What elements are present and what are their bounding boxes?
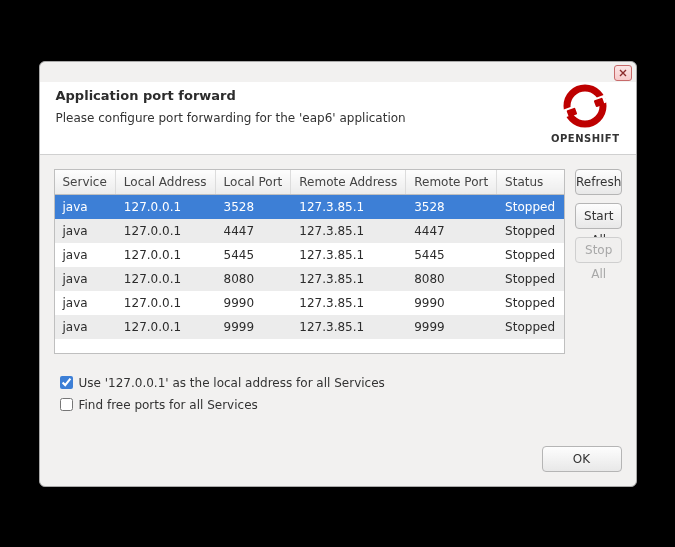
cell-remote-port: 9990 <box>406 291 497 315</box>
cell-remote-port: 4447 <box>406 219 497 243</box>
cell-local-address: 127.0.0.1 <box>115 219 215 243</box>
table-row[interactable]: java127.0.0.18080127.3.85.18080Stopped <box>55 267 564 291</box>
cell-remote-address: 127.3.85.1 <box>291 291 406 315</box>
use-local-address-row[interactable]: Use '127.0.0.1' as the local address for… <box>60 376 616 390</box>
col-local-port[interactable]: Local Port <box>215 170 291 195</box>
table-header-row: Service Local Address Local Port Remote … <box>55 170 564 195</box>
table-row[interactable]: java127.0.0.14447127.3.85.14447Stopped <box>55 219 564 243</box>
cell-service: java <box>55 267 116 291</box>
titlebar <box>40 62 636 82</box>
table-row[interactable]: java127.0.0.19999127.3.85.19999Stopped <box>55 315 564 339</box>
ok-button[interactable]: OK <box>542 446 622 472</box>
cell-status: Stopped <box>497 194 564 219</box>
cell-remote-address: 127.3.85.1 <box>291 315 406 339</box>
cell-local-port: 3528 <box>215 194 291 219</box>
dialog-title: Application port forward <box>56 88 406 103</box>
col-status[interactable]: Status <box>497 170 564 195</box>
port-table-container: Service Local Address Local Port Remote … <box>54 169 566 354</box>
cell-remote-address: 127.3.85.1 <box>291 243 406 267</box>
cell-remote-port: 9999 <box>406 315 497 339</box>
cell-local-address: 127.0.0.1 <box>115 291 215 315</box>
cell-service: java <box>55 194 116 219</box>
port-forward-dialog: Application port forward Please configur… <box>39 61 637 487</box>
table-row[interactable]: java127.0.0.19990127.3.85.19990Stopped <box>55 291 564 315</box>
find-free-ports-row[interactable]: Find free ports for all Services <box>60 398 616 412</box>
find-free-ports-label: Find free ports for all Services <box>79 398 258 412</box>
stop-all-button: Stop All <box>575 237 622 263</box>
cell-status: Stopped <box>497 219 564 243</box>
refresh-button[interactable]: Refresh <box>575 169 622 195</box>
cell-local-port: 9990 <box>215 291 291 315</box>
header-text: Application port forward Please configur… <box>56 82 406 125</box>
openshift-logo-label: OPENSHIFT <box>551 133 619 144</box>
checkbox-area: Use '127.0.0.1' as the local address for… <box>40 360 636 426</box>
col-remote-port[interactable]: Remote Port <box>406 170 497 195</box>
cell-local-port: 5445 <box>215 243 291 267</box>
cell-service: java <box>55 315 116 339</box>
dialog-footer: OK <box>40 426 636 486</box>
start-all-button[interactable]: Start All <box>575 203 622 229</box>
col-remote-address[interactable]: Remote Address <box>291 170 406 195</box>
cell-local-port: 4447 <box>215 219 291 243</box>
cell-remote-port: 8080 <box>406 267 497 291</box>
cell-local-port: 8080 <box>215 267 291 291</box>
cell-local-address: 127.0.0.1 <box>115 315 215 339</box>
use-local-address-checkbox[interactable] <box>60 376 73 389</box>
content-area: Service Local Address Local Port Remote … <box>40 155 636 360</box>
table-row[interactable]: java127.0.0.13528127.3.85.13528Stopped <box>55 194 564 219</box>
cell-remote-address: 127.3.85.1 <box>291 219 406 243</box>
openshift-logo-icon <box>563 84 607 128</box>
cell-local-port: 9999 <box>215 315 291 339</box>
cell-status: Stopped <box>497 267 564 291</box>
close-button[interactable] <box>614 65 632 81</box>
cell-remote-address: 127.3.85.1 <box>291 194 406 219</box>
cell-service: java <box>55 219 116 243</box>
use-local-address-label: Use '127.0.0.1' as the local address for… <box>79 376 385 390</box>
cell-local-address: 127.0.0.1 <box>115 243 215 267</box>
close-icon <box>619 69 627 77</box>
table-row[interactable]: java127.0.0.15445127.3.85.15445Stopped <box>55 243 564 267</box>
table-row-empty <box>55 339 564 353</box>
cell-service: java <box>55 291 116 315</box>
cell-status: Stopped <box>497 315 564 339</box>
col-service[interactable]: Service <box>55 170 116 195</box>
cell-status: Stopped <box>497 291 564 315</box>
openshift-logo: OPENSHIFT <box>551 82 619 144</box>
cell-status: Stopped <box>497 243 564 267</box>
cell-local-address: 127.0.0.1 <box>115 267 215 291</box>
cell-remote-port: 5445 <box>406 243 497 267</box>
col-local-address[interactable]: Local Address <box>115 170 215 195</box>
cell-remote-address: 127.3.85.1 <box>291 267 406 291</box>
cell-remote-port: 3528 <box>406 194 497 219</box>
side-buttons: Refresh Start All Stop All <box>575 169 622 354</box>
cell-local-address: 127.0.0.1 <box>115 194 215 219</box>
cell-service: java <box>55 243 116 267</box>
dialog-subtitle: Please configure port forwarding for the… <box>56 111 406 125</box>
find-free-ports-checkbox[interactable] <box>60 398 73 411</box>
port-table: Service Local Address Local Port Remote … <box>55 170 565 353</box>
dialog-header: Application port forward Please configur… <box>40 82 636 155</box>
